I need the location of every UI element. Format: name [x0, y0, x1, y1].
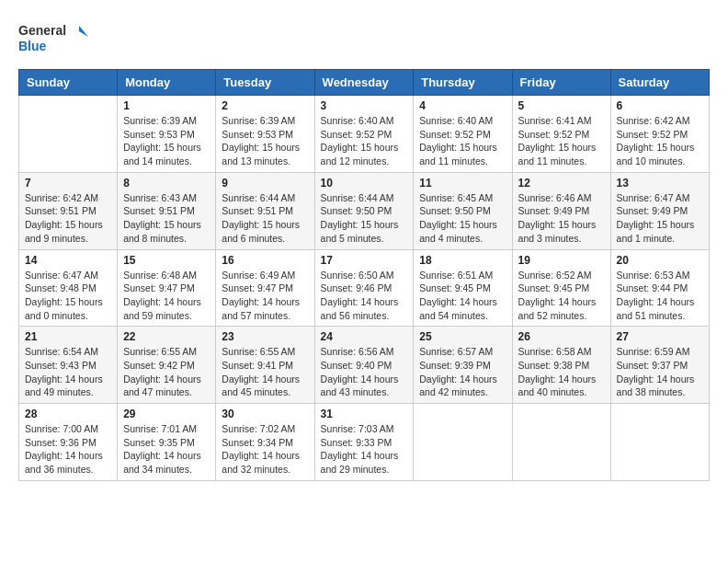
day-number: 14: [25, 254, 111, 267]
day-info: Sunrise: 6:56 AM Sunset: 9:40 PM Dayligh…: [321, 345, 408, 399]
calendar-cell: 2Sunrise: 6:39 AM Sunset: 9:53 PM Daylig…: [216, 96, 314, 173]
calendar-cell: 16Sunrise: 6:49 AM Sunset: 9:47 PM Dayli…: [216, 249, 314, 327]
calendar-cell: 30Sunrise: 7:02 AM Sunset: 9:34 PM Dayli…: [216, 404, 314, 481]
day-number: 10: [321, 177, 408, 190]
day-info: Sunrise: 6:51 AM Sunset: 9:45 PM Dayligh…: [419, 269, 506, 323]
calendar-cell: 31Sunrise: 7:03 AM Sunset: 9:33 PM Dayli…: [314, 404, 414, 481]
calendar-cell: 19Sunrise: 6:52 AM Sunset: 9:45 PM Dayli…: [512, 249, 610, 327]
day-info: Sunrise: 6:46 AM Sunset: 9:49 PM Dayligh…: [518, 191, 605, 246]
calendar-cell: 5Sunrise: 6:41 AM Sunset: 9:52 PM Daylig…: [512, 96, 610, 173]
day-number: 21: [25, 330, 111, 343]
day-number: 20: [617, 254, 703, 267]
day-info: Sunrise: 7:02 AM Sunset: 9:34 PM Dayligh…: [222, 422, 308, 477]
day-number: 12: [518, 177, 605, 190]
day-info: Sunrise: 6:40 AM Sunset: 9:52 PM Dayligh…: [321, 114, 408, 168]
calendar-cell: 24Sunrise: 6:56 AM Sunset: 9:40 PM Dayli…: [314, 327, 414, 404]
week-row-1: 1Sunrise: 6:39 AM Sunset: 9:53 PM Daylig…: [19, 96, 710, 173]
calendar-cell: 27Sunrise: 6:59 AM Sunset: 9:37 PM Dayli…: [610, 327, 709, 404]
calendar-cell: [512, 404, 610, 481]
day-number: 27: [617, 330, 703, 343]
day-info: Sunrise: 6:39 AM Sunset: 9:53 PM Dayligh…: [222, 114, 308, 168]
calendar-cell: 9Sunrise: 6:44 AM Sunset: 9:51 PM Daylig…: [216, 172, 314, 249]
calendar-cell: 29Sunrise: 7:01 AM Sunset: 9:35 PM Dayli…: [118, 404, 216, 481]
logo-svg: General Blue: [18, 18, 92, 60]
day-info: Sunrise: 6:41 AM Sunset: 9:52 PM Dayligh…: [518, 114, 605, 168]
day-info: Sunrise: 6:40 AM Sunset: 9:52 PM Dayligh…: [419, 114, 506, 168]
day-number: 31: [321, 408, 408, 420]
day-info: Sunrise: 6:47 AM Sunset: 9:49 PM Dayligh…: [617, 191, 703, 246]
calendar-cell: 12Sunrise: 6:46 AM Sunset: 9:49 PM Dayli…: [512, 172, 610, 249]
week-row-3: 14Sunrise: 6:47 AM Sunset: 9:48 PM Dayli…: [19, 249, 710, 327]
day-info: Sunrise: 6:57 AM Sunset: 9:39 PM Dayligh…: [419, 345, 506, 399]
calendar-cell: 15Sunrise: 6:48 AM Sunset: 9:47 PM Dayli…: [118, 249, 216, 327]
day-info: Sunrise: 6:50 AM Sunset: 9:46 PM Dayligh…: [321, 269, 408, 323]
calendar-cell: 22Sunrise: 6:55 AM Sunset: 9:42 PM Dayli…: [118, 327, 216, 404]
day-number: 29: [123, 408, 210, 420]
day-info: Sunrise: 6:55 AM Sunset: 9:41 PM Dayligh…: [222, 345, 308, 399]
day-number: 7: [25, 177, 111, 190]
day-info: Sunrise: 6:39 AM Sunset: 9:53 PM Dayligh…: [123, 114, 210, 168]
day-info: Sunrise: 6:48 AM Sunset: 9:47 PM Dayligh…: [123, 269, 210, 323]
calendar-cell: 11Sunrise: 6:45 AM Sunset: 9:50 PM Dayli…: [414, 172, 512, 249]
day-number: 6: [617, 99, 703, 112]
day-number: 16: [222, 254, 308, 267]
svg-text:Blue: Blue: [18, 39, 47, 53]
day-header-tuesday: Tuesday: [216, 70, 314, 96]
day-number: 8: [123, 177, 210, 190]
days-header-row: SundayMondayTuesdayWednesdayThursdayFrid…: [19, 70, 710, 96]
day-number: 15: [123, 254, 210, 267]
day-number: 17: [321, 254, 408, 267]
calendar-cell: 14Sunrise: 6:47 AM Sunset: 9:48 PM Dayli…: [19, 249, 118, 327]
day-info: Sunrise: 7:00 AM Sunset: 9:36 PM Dayligh…: [25, 422, 111, 477]
calendar-cell: [610, 404, 709, 481]
day-info: Sunrise: 6:59 AM Sunset: 9:37 PM Dayligh…: [617, 345, 703, 399]
day-info: Sunrise: 6:43 AM Sunset: 9:51 PM Dayligh…: [123, 191, 210, 246]
day-header-sunday: Sunday: [19, 70, 118, 96]
day-info: Sunrise: 6:44 AM Sunset: 9:50 PM Dayligh…: [321, 191, 408, 246]
day-header-saturday: Saturday: [610, 70, 709, 96]
calendar-cell: 17Sunrise: 6:50 AM Sunset: 9:46 PM Dayli…: [314, 249, 414, 327]
logo: General Blue: [18, 18, 92, 60]
page-header: General Blue: [18, 18, 710, 60]
day-info: Sunrise: 7:03 AM Sunset: 9:33 PM Dayligh…: [321, 422, 408, 477]
svg-text:General: General: [18, 23, 66, 38]
calendar-cell: 23Sunrise: 6:55 AM Sunset: 9:41 PM Dayli…: [216, 327, 314, 404]
calendar-cell: 25Sunrise: 6:57 AM Sunset: 9:39 PM Dayli…: [414, 327, 512, 404]
svg-marker-2: [79, 26, 88, 37]
calendar-cell: 1Sunrise: 6:39 AM Sunset: 9:53 PM Daylig…: [118, 96, 216, 173]
calendar-cell: 8Sunrise: 6:43 AM Sunset: 9:51 PM Daylig…: [118, 172, 216, 249]
week-row-4: 21Sunrise: 6:54 AM Sunset: 9:43 PM Dayli…: [19, 327, 710, 404]
day-number: 18: [419, 254, 506, 267]
day-number: 2: [222, 99, 308, 112]
day-number: 1: [123, 99, 210, 112]
day-number: 22: [123, 330, 210, 343]
day-number: 11: [419, 177, 506, 190]
day-info: Sunrise: 6:52 AM Sunset: 9:45 PM Dayligh…: [518, 269, 605, 323]
day-info: Sunrise: 6:47 AM Sunset: 9:48 PM Dayligh…: [25, 269, 111, 323]
day-info: Sunrise: 6:55 AM Sunset: 9:42 PM Dayligh…: [123, 345, 210, 399]
day-info: Sunrise: 6:53 AM Sunset: 9:44 PM Dayligh…: [617, 269, 703, 323]
day-number: 3: [321, 99, 408, 112]
calendar-cell: 18Sunrise: 6:51 AM Sunset: 9:45 PM Dayli…: [414, 249, 512, 327]
day-info: Sunrise: 6:54 AM Sunset: 9:43 PM Dayligh…: [25, 345, 111, 399]
day-info: Sunrise: 6:42 AM Sunset: 9:52 PM Dayligh…: [617, 114, 703, 168]
day-number: 28: [25, 408, 111, 420]
day-number: 25: [419, 330, 506, 343]
day-header-thursday: Thursday: [414, 70, 512, 96]
calendar-cell: 21Sunrise: 6:54 AM Sunset: 9:43 PM Dayli…: [19, 327, 118, 404]
day-info: Sunrise: 7:01 AM Sunset: 9:35 PM Dayligh…: [123, 422, 210, 477]
week-row-2: 7Sunrise: 6:42 AM Sunset: 9:51 PM Daylig…: [19, 172, 710, 249]
day-info: Sunrise: 6:49 AM Sunset: 9:47 PM Dayligh…: [222, 269, 308, 323]
calendar-cell: 3Sunrise: 6:40 AM Sunset: 9:52 PM Daylig…: [314, 96, 414, 173]
calendar-cell: [414, 404, 512, 481]
day-info: Sunrise: 6:44 AM Sunset: 9:51 PM Dayligh…: [222, 191, 308, 246]
day-number: 19: [518, 254, 605, 267]
day-number: 30: [222, 408, 308, 420]
calendar-cell: 13Sunrise: 6:47 AM Sunset: 9:49 PM Dayli…: [610, 172, 709, 249]
day-header-wednesday: Wednesday: [314, 70, 414, 96]
calendar-cell: [19, 96, 118, 173]
day-info: Sunrise: 6:42 AM Sunset: 9:51 PM Dayligh…: [25, 191, 111, 246]
day-number: 13: [617, 177, 703, 190]
day-number: 4: [419, 99, 506, 112]
calendar-cell: 28Sunrise: 7:00 AM Sunset: 9:36 PM Dayli…: [19, 404, 118, 481]
